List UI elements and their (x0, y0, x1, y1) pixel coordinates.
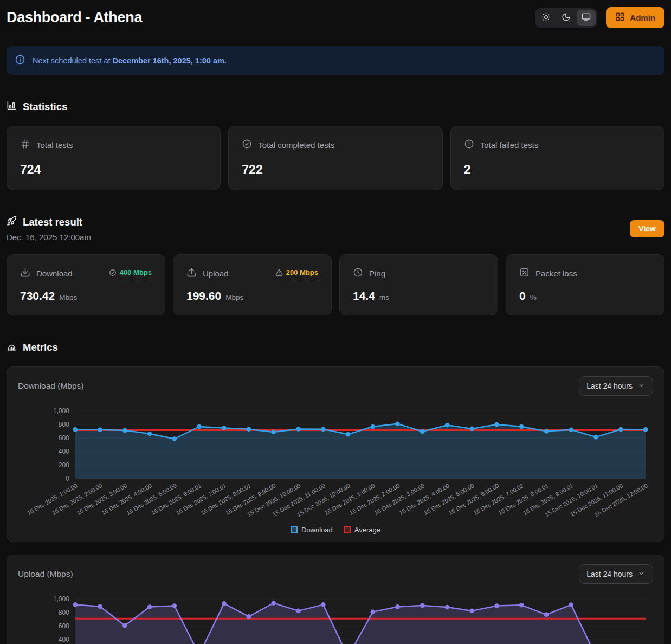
card-label: Packet loss (535, 269, 577, 278)
chevron-down-icon (637, 381, 646, 391)
info-icon (15, 54, 25, 67)
latest-result-cards: Download 400 Mbps 730.42 Mbps (7, 254, 664, 315)
average-series-swatch (344, 526, 351, 533)
svg-text:0: 0 (66, 475, 69, 482)
metrics-heading: Metrics (7, 341, 664, 354)
svg-text:600: 600 (59, 434, 69, 442)
banner-date: December 16th, 2025, 1:00 am. (113, 56, 227, 65)
total-failed-card: Total failed tests 2 (450, 126, 664, 190)
page-title: Dashboard - Athena (7, 9, 142, 26)
download-icon (20, 267, 30, 279)
upload-value: 199.60 (186, 289, 221, 302)
latest-result-section: Latest result Dec. 16, 2025 12:00am View… (7, 216, 664, 315)
total-completed-card: Total completed tests 722 (228, 126, 442, 190)
circle-check-icon (242, 139, 252, 151)
download-series-swatch (291, 526, 298, 533)
admin-button-label: Admin (630, 13, 655, 22)
upload-unit: Mbps (225, 293, 243, 301)
download-value: 730.42 (20, 289, 55, 302)
circle-alert-icon (464, 139, 474, 151)
svg-text:800: 800 (59, 609, 69, 616)
total-failed-value: 2 (464, 163, 651, 177)
card-label: Total tests (36, 140, 73, 150)
upload-icon (186, 267, 197, 279)
download-chart[interactable]: 02004006008001,00015 Dec 2025, 1:00:0015… (18, 400, 653, 526)
admin-button[interactable]: Admin (606, 7, 664, 28)
latest-result-timestamp: Dec. 16, 2025 12:00am (7, 233, 91, 242)
total-tests-card: Total tests 724 (7, 126, 221, 190)
sun-icon (541, 12, 551, 23)
upload-result-card: Upload 200 Mbps 199.60 Mbps (173, 254, 332, 315)
svg-text:400: 400 (59, 448, 69, 455)
percent-square-icon (519, 267, 530, 279)
svg-text:1,000: 1,000 (53, 407, 69, 415)
download-threshold-badge[interactable]: 400 Mbps (109, 268, 152, 278)
svg-text:1,000: 1,000 (53, 595, 69, 603)
metrics-section: Metrics Download (Mbps) Last 24 hours 02… (7, 341, 664, 644)
theme-light-button[interactable] (537, 10, 556, 26)
scheduled-test-banner: Next scheduled test at December 16th, 20… (7, 46, 664, 75)
bar-chart-icon (7, 100, 17, 113)
download-result-card: Download 400 Mbps 730.42 Mbps (7, 254, 165, 315)
statistics-heading: Statistics (7, 100, 664, 113)
banner-text: Next scheduled test at December 16th, 20… (33, 56, 227, 65)
total-tests-value: 724 (20, 163, 207, 177)
upload-chart-panel: Upload (Mbps) Last 24 hours 020040060080… (7, 555, 664, 644)
topbar-actions: Admin (535, 7, 664, 28)
download-range-select[interactable]: Last 24 hours (579, 376, 653, 396)
svg-text:400: 400 (59, 636, 69, 643)
download-chart-legend: Download Average (18, 526, 653, 534)
statistics-cards: Total tests 724 Total completed tests 72… (7, 126, 664, 190)
card-label: Upload (203, 269, 229, 278)
svg-text:200: 200 (59, 461, 69, 469)
theme-dark-button[interactable] (557, 10, 576, 26)
card-label: Total failed tests (480, 140, 539, 150)
monitor-icon (582, 12, 591, 23)
total-completed-value: 722 (242, 163, 429, 177)
card-label: Total completed tests (258, 140, 334, 150)
upload-range-select[interactable]: Last 24 hours (579, 564, 653, 584)
ping-result-card: Ping 14.4 ms (339, 254, 498, 315)
dashboard-page: Dashboard - Athena (0, 0, 671, 644)
rocket-icon (7, 216, 17, 229)
latest-result-heading: Latest result (7, 216, 91, 229)
theme-system-button[interactable] (577, 10, 596, 26)
theme-toggle (535, 8, 597, 28)
card-label: Download (36, 269, 73, 278)
chevron-down-icon (637, 569, 646, 579)
triangle-alert-icon (275, 269, 283, 278)
packet-loss-value: 0 (519, 289, 526, 302)
download-chart-panel: Download (Mbps) Last 24 hours 0200400600… (7, 366, 664, 542)
upload-chart-title: Upload (Mbps) (18, 569, 73, 579)
histogram-icon (7, 341, 17, 354)
packet-loss-unit: % (530, 293, 537, 301)
clock-icon (353, 267, 363, 279)
legend-item-average[interactable]: Average (344, 526, 380, 534)
circle-check-icon (109, 269, 117, 278)
hash-icon (20, 139, 30, 151)
card-label: Ping (369, 269, 385, 278)
download-unit: Mbps (59, 293, 77, 301)
view-button[interactable]: View (630, 220, 664, 237)
statistics-section: Statistics Total tests 724 Total complet… (7, 100, 664, 190)
ping-value: 14.4 (353, 289, 375, 302)
upload-threshold-badge[interactable]: 200 Mbps (275, 268, 318, 278)
svg-text:600: 600 (59, 622, 69, 630)
grid-squares-icon (615, 12, 625, 23)
topbar: Dashboard - Athena (7, 0, 664, 28)
svg-text:800: 800 (59, 421, 69, 428)
packet-loss-result-card: Packet loss 0 % (506, 254, 664, 315)
moon-icon (562, 12, 571, 23)
upload-chart[interactable]: 02004006008001,00015 Dec 2025, 1:00:0015… (18, 588, 653, 644)
download-chart-title: Download (Mbps) (18, 381, 83, 391)
legend-item-download[interactable]: Download (291, 526, 333, 534)
ping-unit: ms (379, 293, 389, 301)
